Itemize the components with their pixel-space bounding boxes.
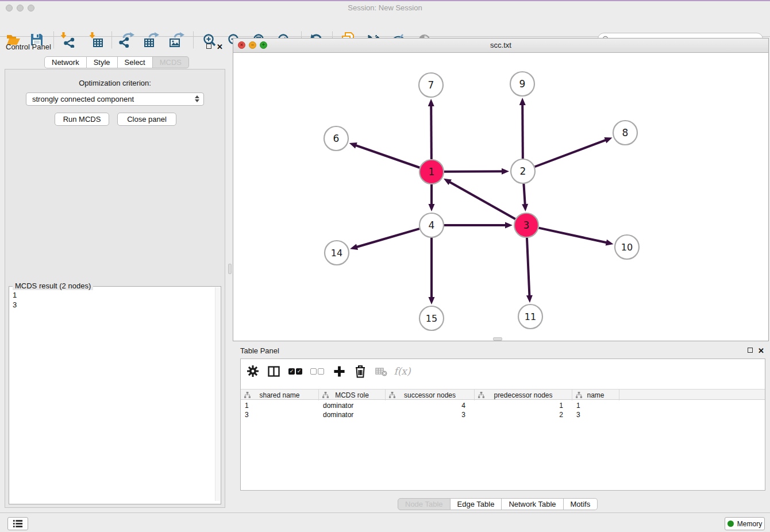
split-view-button[interactable] (265, 364, 282, 379)
table-cell: 3 (572, 410, 619, 419)
table-panel-tabs: Node TableEdge TableNetwork TableMotifs (398, 498, 598, 510)
edge-2-9[interactable] (522, 104, 523, 159)
delete-table-button (372, 364, 390, 379)
edge-3-11[interactable] (527, 238, 529, 296)
edge-1-7[interactable] (431, 105, 432, 159)
graph-node-9[interactable]: 9 (510, 72, 534, 96)
deselect-all-columns-button[interactable] (309, 364, 326, 379)
table-panel-tab-motifs[interactable]: Motifs (564, 498, 598, 510)
vertical-splitter-handle[interactable] (228, 264, 232, 274)
control-panel-tab-mcds[interactable]: MCDS (153, 56, 189, 68)
edge-3-10[interactable] (538, 228, 607, 243)
table-panel-tab-node-table[interactable]: Node Table (398, 498, 451, 510)
svg-text:6: 6 (333, 133, 340, 144)
result-scrollbar[interactable] (215, 287, 220, 501)
control-panel-tab-network[interactable]: Network (44, 56, 87, 68)
add-column-button[interactable] (330, 364, 348, 379)
edge-1-2[interactable] (444, 171, 503, 172)
delete-table-icon (375, 366, 387, 377)
edge-2-8[interactable] (535, 140, 607, 167)
graph-node-8[interactable]: 8 (613, 121, 637, 145)
gear-icon (247, 365, 259, 377)
control-panel-tab-style[interactable]: Style (87, 56, 118, 68)
close-panel-button[interactable]: Close panel (117, 113, 176, 126)
fx-icon: f(x) (394, 365, 410, 377)
table-row[interactable]: 3dominator323 (241, 410, 765, 419)
export-image-icon (169, 32, 184, 48)
table-panel-tab-edge-table[interactable]: Edge Table (451, 498, 502, 510)
memory-button[interactable]: Memory (725, 517, 765, 530)
svg-text:3: 3 (523, 219, 530, 231)
select-stepper-icon (195, 95, 199, 102)
run-mcds-button[interactable]: Run MCDS (55, 113, 109, 126)
edge-1-6[interactable] (355, 145, 419, 168)
export-image-button[interactable] (168, 32, 184, 47)
control-panel-close-button[interactable]: ✕ (217, 44, 223, 50)
memory-status-icon (727, 521, 734, 527)
edge-arrow-icon (519, 98, 526, 105)
column-header-predecessor-nodes[interactable]: predecessor nodes (475, 390, 572, 400)
export-network-icon (119, 32, 134, 48)
main-toolbar (0, 15, 770, 37)
toolbar-separator (111, 32, 112, 48)
graph-node-6[interactable]: 6 (324, 126, 348, 151)
criterion-select[interactable]: strongly connected component (26, 92, 204, 106)
table-cell: 1 (241, 401, 319, 410)
import-network-button[interactable] (59, 32, 75, 47)
column-header-name[interactable]: name (572, 390, 619, 400)
mcds-panel: Optimization criterion: strongly connect… (5, 69, 225, 508)
svg-text:9: 9 (519, 78, 526, 90)
list-icon (13, 519, 23, 528)
mcds-result-list[interactable]: 1 3 (13, 290, 17, 310)
column-header-shared-name[interactable]: shared name (241, 390, 319, 400)
import-table-icon (88, 32, 104, 48)
graph-node-3[interactable]: 3 (514, 213, 538, 237)
edge-arrow-icon (606, 240, 614, 246)
graph-node-7[interactable]: 7 (419, 73, 443, 97)
table-panel-close-button[interactable]: ✕ (758, 348, 764, 354)
table-panel-tab-network-table[interactable]: Network Table (502, 498, 563, 510)
edge-3-1[interactable] (449, 182, 515, 219)
control-panel-tab-select[interactable]: Select (118, 56, 153, 68)
graph-node-1[interactable]: 1 (419, 160, 444, 184)
column-header-mcds-role[interactable]: MCDS role (319, 390, 386, 400)
edge-arrow-icon (502, 168, 509, 175)
horizontal-splitter-handle[interactable] (493, 337, 502, 341)
graph-node-10[interactable]: 10 (615, 235, 639, 259)
graph-node-14[interactable]: 14 (325, 241, 349, 265)
graph-node-4[interactable]: 4 (419, 213, 444, 237)
edge-arrow-icon (429, 204, 435, 211)
import-table-button[interactable] (88, 32, 104, 47)
graph-node-2[interactable]: 2 (511, 159, 535, 183)
select-all-columns-button[interactable]: ✓ ✓ (287, 364, 304, 379)
control-panel-float-button[interactable] (206, 44, 211, 49)
edge-arrow-icon (522, 204, 528, 211)
checked-box-icon: ✓ (288, 368, 295, 375)
memory-label: Memory (737, 520, 762, 528)
column-header-successor-nodes[interactable]: successor nodes (386, 390, 475, 400)
graph-node-11[interactable]: 11 (518, 304, 542, 329)
svg-text:15: 15 (426, 313, 437, 324)
trash-icon (354, 365, 367, 378)
export-network-button[interactable] (118, 32, 134, 47)
delete-column-button[interactable] (352, 364, 369, 379)
task-history-button[interactable] (7, 517, 28, 530)
control-panel-tabs: NetworkStyleSelectMCDS (44, 56, 189, 68)
graph-node-15[interactable]: 15 (419, 306, 444, 330)
svg-text:2: 2 (520, 165, 526, 177)
table-panel-float-button[interactable] (748, 348, 753, 353)
table-row[interactable]: 1dominator411 (241, 401, 765, 410)
table-settings-button[interactable] (244, 364, 261, 379)
column-header-label: shared name (259, 391, 299, 399)
export-table-button[interactable] (143, 32, 159, 47)
edge-4-14[interactable] (356, 229, 419, 247)
column-type-icon (478, 392, 484, 398)
edge-2-3[interactable] (523, 184, 525, 205)
network-window-titlebar: × − + scc.txt (233, 38, 768, 53)
column-header-label: MCDS role (335, 391, 369, 399)
export-table-icon (144, 32, 159, 48)
window-titlebar: Session: New Session (0, 1, 770, 15)
toolbar-separator (53, 32, 54, 48)
column-type-icon (389, 392, 395, 398)
network-canvas[interactable]: 1234678910111415 (233, 53, 768, 341)
